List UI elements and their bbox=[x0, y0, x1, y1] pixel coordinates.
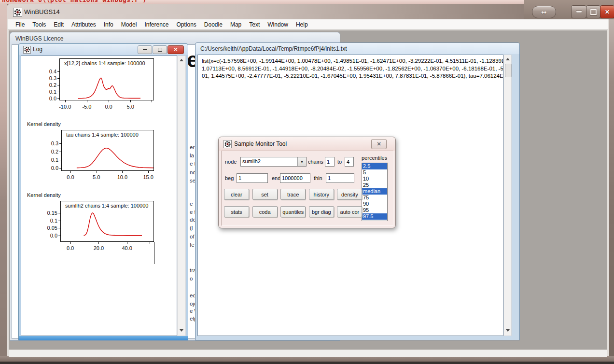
inits-window-title: C:/Users/keith/AppData/Local/Temp/Rtmpe6… bbox=[200, 45, 347, 52]
background-console-text: homework 6\\plot nations winbugs.r") bbox=[2, 0, 614, 3]
log-close-button[interactable]: ✕ bbox=[167, 45, 184, 54]
menu-item-doodle[interactable]: Doodle bbox=[200, 20, 226, 29]
x-tick bbox=[97, 171, 97, 173]
maximize-icon bbox=[590, 9, 597, 15]
menu-item-help[interactable]: Help bbox=[292, 20, 312, 29]
log-titlebar[interactable]: Log ✕ bbox=[19, 44, 188, 55]
scroll-down-icon[interactable] bbox=[506, 329, 510, 332]
scroll-up-icon[interactable] bbox=[180, 59, 183, 61]
percentile-option-95[interactable]: 95 bbox=[362, 207, 387, 213]
menu-item-options[interactable]: Options bbox=[173, 20, 200, 29]
y-tick-label: 0.1 bbox=[36, 89, 56, 95]
resize-arrows-button[interactable]: ↔ bbox=[532, 6, 556, 18]
percentile-option-2.5[interactable]: 2.5 bbox=[362, 163, 387, 169]
minimize-icon bbox=[576, 11, 582, 13]
percentile-option-90[interactable]: 90 bbox=[362, 201, 387, 207]
menu-item-attributes[interactable]: Attributes bbox=[68, 20, 100, 29]
x-tick bbox=[152, 100, 152, 102]
inits-text-line: 1.07113E+00, 8.56912E-01, -1.44918E+00, … bbox=[202, 66, 503, 71]
percentile-option-5[interactable]: 5 bbox=[362, 169, 387, 176]
x-tick-label: 5.0 bbox=[87, 174, 106, 180]
combobox-dropdown-button[interactable]: ▼ bbox=[297, 157, 306, 166]
inits-titlebar[interactable]: C:/Users/keith/AppData/Local/Temp/Rtmpe6… bbox=[195, 43, 519, 54]
horizontal-arrows-icon: ↔ bbox=[542, 9, 547, 15]
density-button[interactable]: density bbox=[337, 189, 362, 200]
percentile-option-97.5[interactable]: 97.5 bbox=[362, 213, 387, 220]
end-label: end bbox=[272, 175, 280, 181]
winbugs-titlebar[interactable]: WinBUGS14 bbox=[7, 4, 531, 19]
x-tick bbox=[98, 242, 99, 244]
dialog-close-button[interactable]: ✕ bbox=[371, 139, 387, 149]
menu-item-text[interactable]: Text bbox=[245, 20, 264, 29]
background-window-bottom-edge bbox=[0, 356, 614, 362]
licence-text-fragment: er bbox=[190, 144, 195, 150]
chains-from-field[interactable] bbox=[325, 157, 335, 167]
chains-to-field[interactable] bbox=[345, 157, 354, 167]
quantiles-button[interactable]: quantiles bbox=[280, 206, 306, 217]
stats-button[interactable]: stats bbox=[224, 206, 249, 217]
close-button[interactable]: ✕ bbox=[600, 5, 614, 18]
menu-bar: FileToolsEditAttributesInfoModelInferenc… bbox=[8, 19, 608, 30]
y-tick-label: 0.3 bbox=[36, 75, 56, 81]
log-minimize-button[interactable] bbox=[138, 45, 152, 54]
x-tick bbox=[148, 171, 149, 173]
set-button[interactable]: set bbox=[252, 189, 278, 200]
history-button[interactable]: history bbox=[309, 189, 334, 200]
menu-item-inference[interactable]: Inference bbox=[140, 20, 172, 29]
x-tick bbox=[150, 242, 150, 244]
x-tick-label: 5.0 bbox=[121, 104, 140, 110]
percentile-option-10[interactable]: 10 bbox=[362, 176, 387, 182]
y-tick-label: 0.05 bbox=[37, 225, 57, 231]
menu-item-file[interactable]: File bbox=[12, 20, 28, 29]
bgr-diag-button[interactable]: bgr diag bbox=[309, 206, 334, 217]
beg-field[interactable] bbox=[237, 173, 268, 183]
dialog-title: Sample Monitor Tool bbox=[234, 140, 287, 147]
menu-item-model[interactable]: Model bbox=[117, 20, 141, 29]
log-maximize-button[interactable] bbox=[153, 45, 167, 54]
thin-field[interactable] bbox=[326, 173, 354, 183]
log-scrollbar[interactable] bbox=[177, 56, 186, 336]
scroll-down-icon[interactable] bbox=[180, 329, 183, 332]
menu-item-map[interactable]: Map bbox=[226, 20, 245, 29]
end-field[interactable] bbox=[280, 173, 310, 183]
x-tick-label: -5.0 bbox=[77, 104, 97, 110]
menu-item-info[interactable]: Info bbox=[100, 20, 117, 29]
inits-scrollbar[interactable] bbox=[503, 55, 512, 336]
auto-cor-button[interactable]: auto cor bbox=[337, 206, 362, 217]
y-tick-label: 0.0 bbox=[38, 165, 58, 171]
y-tick-label: 0.3 bbox=[38, 140, 58, 146]
log-document: x[12,2] chains 1:4 sample: 1000000.40.30… bbox=[21, 56, 177, 336]
menu-item-tools[interactable]: Tools bbox=[28, 20, 50, 29]
x-tick-label: -10.0 bbox=[56, 104, 75, 110]
y-tick-label: 0.0 bbox=[36, 96, 56, 101]
scrollbar-thumb[interactable] bbox=[505, 64, 512, 77]
window-title: WinBUGS14 bbox=[24, 8, 60, 15]
percentile-option-median[interactable]: median bbox=[362, 188, 387, 195]
x-tick-label: 0.0 bbox=[61, 174, 80, 180]
node-combobox[interactable]: sumllh2 ▼ bbox=[240, 157, 307, 167]
dialog-titlebar[interactable]: Sample Monitor Tool ✕ bbox=[219, 137, 395, 151]
chevron-down-icon: ▼ bbox=[300, 160, 304, 164]
scroll-up-icon[interactable] bbox=[506, 58, 510, 60]
trace-button[interactable]: trace bbox=[280, 189, 306, 200]
percentile-option-25[interactable]: 25 bbox=[362, 182, 387, 188]
log-window-bottom-frame bbox=[19, 336, 188, 340]
maximize-button[interactable] bbox=[586, 5, 600, 18]
coda-button[interactable]: coda bbox=[252, 206, 278, 217]
y-tick-label: 0.1 bbox=[38, 157, 58, 163]
clear-button[interactable]: clear bbox=[224, 189, 249, 200]
x-tick bbox=[122, 171, 123, 173]
minimize-button[interactable] bbox=[571, 5, 586, 18]
y-tick-label: 0.0 bbox=[37, 233, 57, 238]
licence-text-fragment: o bbox=[190, 276, 193, 281]
percentiles-listbox[interactable]: 2.551025median75909597.5 bbox=[362, 163, 388, 221]
inits-text-line: list(x=c(-1.57598E+00, -1.99144E+00, 1.0… bbox=[202, 58, 503, 64]
beg-label: beg bbox=[225, 175, 234, 181]
plot-artifact-line bbox=[154, 242, 154, 264]
to-label: to bbox=[337, 159, 342, 165]
menu-item-edit[interactable]: Edit bbox=[50, 20, 68, 29]
y-tick-label: 0.15 bbox=[37, 210, 57, 216]
x-tick bbox=[87, 100, 87, 102]
menu-item-window[interactable]: Window bbox=[264, 20, 292, 29]
percentile-option-75[interactable]: 75 bbox=[362, 195, 387, 201]
